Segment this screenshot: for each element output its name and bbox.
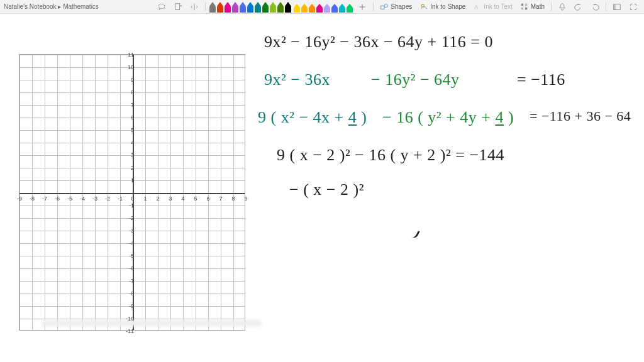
x-tick: -5 [67,195,72,202]
y-tick: 6 [125,114,134,121]
highlighter-tool[interactable] [301,1,308,13]
shapes-button[interactable]: Shapes [377,1,414,13]
lasso-select-button[interactable] [155,1,169,13]
y-tick: 3 [125,152,134,158]
eq3-y-suffix: ) [504,108,514,126]
equation-line-1: 9x² − 16y² − 36x − 64y + 116 = 0 [264,33,493,52]
y-tick: 7 [125,102,134,108]
pen-tool[interactable] [209,1,216,13]
highlighter-tool[interactable] [324,1,330,13]
ink-to-shape-icon [419,3,428,11]
x-tick: 7 [219,195,222,202]
x-axis [19,193,245,194]
stray-ink-stroke [401,224,419,239]
y-tick: 2 [125,165,134,171]
add-pen-button[interactable] [355,1,369,13]
highlighter-tool[interactable] [309,1,315,13]
x-tick: -1 [118,195,123,202]
pen-tool[interactable] [217,1,223,13]
pen-tool[interactable] [255,1,261,13]
pen-tool[interactable] [285,1,291,13]
shapes-icon [380,3,389,11]
eq3-y-complete-square: 4 [495,108,504,126]
grid-shadow [42,320,261,326]
x-tick: -9 [17,195,22,202]
highlighter-tool[interactable] [316,1,323,13]
svg-rect-5 [521,3,524,6]
x-tick: 5 [194,195,197,202]
pen-tool[interactable] [232,1,238,13]
y-tick: 11 [125,52,134,58]
add-page-icon [174,3,182,11]
undo-icon [574,3,583,11]
pen-tool[interactable] [262,1,269,13]
redo-button[interactable] [588,1,602,13]
svg-rect-1 [175,3,180,9]
highlighter-tool[interactable] [294,1,300,13]
add-page-button[interactable] [171,1,185,13]
separator [606,3,606,11]
eq3-x-prefix: 9 ( x² − 4x + [258,108,348,126]
insert-space-icon [190,3,199,11]
separator [373,3,374,11]
fullscreen-button[interactable] [626,1,640,13]
svg-point-3 [384,4,387,7]
y-tick: -11 [125,328,134,334]
math-label: Math [531,3,545,10]
x-tick: -6 [55,195,60,202]
dock-button[interactable] [610,1,624,13]
math-icon [520,3,529,11]
y-tick: -8 [125,290,134,297]
y-tick: -3 [125,228,134,234]
y-tick: -6 [125,265,134,272]
pen-tool[interactable] [270,1,276,13]
notifications-button[interactable] [555,1,569,13]
pen-tool[interactable] [277,1,284,13]
notebook-title: Natalie's Notebook ▸ Mathematics [4,3,99,10]
x-tick: 4 [181,195,184,202]
redo-icon [591,3,599,11]
separator [551,3,552,11]
math-button[interactable]: Math [518,1,547,13]
y-tick: -4 [125,240,134,246]
page-canvas[interactable]: -9-8-7-6-5-4-3-2-10123456789123456789101… [0,14,644,362]
coordinate-grid: -9-8-7-6-5-4-3-2-10123456789123456789101… [19,54,245,331]
highlighter-tool[interactable] [339,1,345,13]
y-tick: 1 [125,177,134,184]
y-tick: 5 [125,127,134,133]
highlighter-palette [294,1,353,13]
y-tick: -10 [125,315,134,322]
fullscreen-icon [629,3,638,11]
shapes-label: Shapes [391,3,412,10]
highlighter-tool[interactable] [331,1,338,13]
highlighter-tool[interactable] [347,1,353,13]
pen-tool[interactable] [225,1,231,13]
x-tick: -3 [92,195,97,202]
y-tick: -1 [125,202,134,209]
y-tick: -9 [125,303,134,309]
equation-line-3-x-group: 9 ( x² − 4x + 4 ) [258,108,367,127]
eq3-x-suffix: ) [357,108,367,126]
equation-line-3-rhs: = −116 + 36 − 64 [530,108,631,124]
y-tick: 8 [125,89,134,96]
x-tick: 3 [169,195,172,202]
pen-tool[interactable] [247,1,253,13]
equation-line-5: − ( x − 2 )² [289,180,364,199]
undo-button[interactable] [572,1,586,13]
ink-to-text-label: Ink to Text [484,3,512,10]
ink-to-shape-label: Ink to Shape [430,3,465,10]
y-tick: 10 [125,64,134,70]
separator [205,3,206,11]
svg-rect-7 [521,7,524,9]
y-tick: -5 [125,253,134,259]
dock-icon [613,3,621,11]
pen-tool[interactable] [240,1,246,13]
x-tick: -2 [105,195,110,202]
lasso-icon [157,3,166,11]
eq3-y-prefix: − 16 ( y² + 4y + [382,108,495,126]
bell-icon [558,3,567,11]
ink-to-text-button[interactable]: Ink to Text [470,1,514,13]
x-tick: 6 [206,195,209,202]
ink-to-shape-button[interactable]: Ink to Shape [417,1,468,13]
insert-space-button[interactable] [187,1,201,13]
